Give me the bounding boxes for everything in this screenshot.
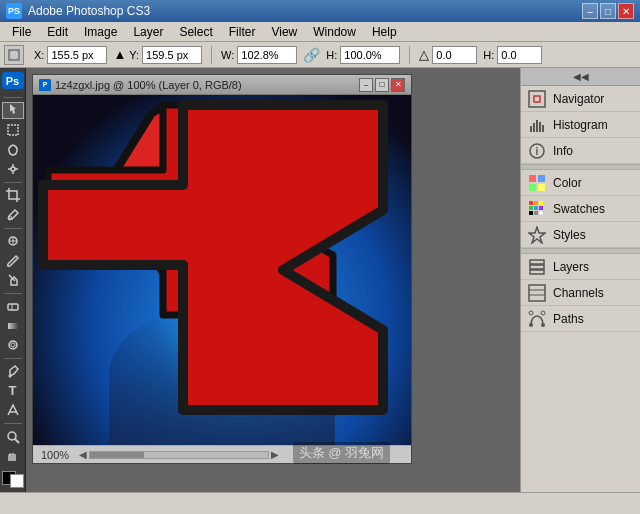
paths-icon (527, 309, 547, 329)
doc-close-button[interactable]: ✕ (391, 78, 405, 92)
w-input[interactable] (237, 46, 297, 64)
minimize-button[interactable]: – (582, 3, 598, 19)
tool-separator-6 (4, 423, 22, 424)
panel-collapse-bar[interactable]: ◀◀ (521, 68, 640, 86)
svg-rect-1 (8, 49, 11, 52)
canvas-content (33, 95, 411, 445)
angle-input[interactable] (432, 46, 477, 64)
y-input[interactable] (142, 46, 202, 64)
panel-paths[interactable]: Paths (521, 306, 640, 332)
magic-wand-tool[interactable] (2, 160, 24, 177)
svg-rect-48 (529, 211, 533, 215)
svg-point-58 (529, 323, 533, 327)
svg-rect-35 (542, 125, 544, 132)
height-group: H: (326, 46, 400, 64)
menu-select[interactable]: Select (171, 23, 220, 41)
link-wh-icon[interactable]: 🔗 (303, 47, 320, 63)
eyedropper-tool[interactable] (2, 206, 24, 223)
menu-layer[interactable]: Layer (125, 23, 171, 41)
svg-point-21 (11, 343, 15, 347)
svg-rect-33 (536, 120, 538, 132)
zoom-tool[interactable] (2, 428, 24, 445)
menu-window[interactable]: Window (305, 23, 364, 41)
hskew-input[interactable] (497, 46, 542, 64)
blur-tool[interactable] (2, 336, 24, 353)
hand-tool[interactable] (2, 447, 24, 464)
path-selection-tool[interactable] (2, 402, 24, 419)
svg-rect-44 (539, 201, 543, 205)
doc-minimize-button[interactable]: – (359, 78, 373, 92)
svg-rect-45 (529, 206, 533, 210)
color-icon (527, 173, 547, 193)
histogram-icon (527, 115, 547, 135)
info-icon: i (527, 141, 547, 161)
panel-channels[interactable]: Channels (521, 280, 640, 306)
hskew-label: H: (483, 49, 494, 61)
svg-rect-32 (533, 123, 535, 132)
marquee-tool[interactable] (2, 121, 24, 138)
app-title: Adobe Photoshop CS3 (28, 4, 150, 18)
svg-rect-46 (534, 206, 538, 210)
panel-layers[interactable]: Layers (521, 254, 640, 280)
main-area: Ps (0, 68, 640, 492)
document-titlebar: P 1z4zgxl.jpg @ 100% (Layer 0, RGB/8) – … (33, 75, 411, 95)
svg-rect-39 (538, 175, 545, 182)
svg-rect-38 (529, 175, 536, 182)
menu-image[interactable]: Image (76, 23, 125, 41)
styles-icon (527, 225, 547, 245)
document-window: P 1z4zgxl.jpg @ 100% (Layer 0, RGB/8) – … (32, 74, 412, 464)
eraser-tool[interactable] (2, 298, 24, 315)
menu-filter[interactable]: Filter (221, 23, 264, 41)
svg-marker-5 (10, 104, 16, 114)
foreground-background-colors[interactable] (2, 471, 24, 488)
svg-point-20 (9, 341, 17, 349)
horizontal-scrollbar[interactable] (89, 451, 269, 459)
maximize-button[interactable]: □ (600, 3, 616, 19)
close-button[interactable]: ✕ (618, 3, 634, 19)
h-label: H: (326, 49, 337, 61)
panel-info[interactable]: i Info (521, 138, 640, 164)
title-bar-left: PS Adobe Photoshop CS3 (6, 3, 150, 19)
panel-styles[interactable]: Styles (521, 222, 640, 248)
svg-rect-3 (8, 58, 11, 61)
panel-swatches[interactable]: Swatches (521, 196, 640, 222)
h-input[interactable] (340, 46, 400, 64)
svg-rect-31 (530, 126, 532, 132)
swatches-label: Swatches (553, 202, 605, 216)
gradient-tool[interactable] (2, 317, 24, 334)
pen-tool[interactable] (2, 363, 24, 380)
menu-edit[interactable]: Edit (39, 23, 76, 41)
crop-tool[interactable] (2, 187, 24, 204)
swatches-icon (527, 199, 547, 219)
healing-brush-tool[interactable] (2, 232, 24, 249)
panel-histogram[interactable]: Histogram (521, 112, 640, 138)
svg-point-22 (8, 375, 11, 378)
channels-label: Channels (553, 286, 604, 300)
svg-rect-52 (530, 260, 544, 264)
photoshop-icon: PS (6, 3, 22, 19)
brush-tool[interactable] (2, 252, 24, 269)
text-tool[interactable]: T (2, 382, 24, 399)
svg-point-59 (541, 323, 545, 327)
menu-file[interactable]: File (4, 23, 39, 41)
app-statusbar (0, 492, 640, 514)
doc-maximize-button[interactable]: □ (375, 78, 389, 92)
move-tool[interactable] (2, 102, 24, 119)
clone-stamp-tool[interactable] (2, 271, 24, 288)
left-toolbar: Ps (0, 68, 26, 492)
lasso-tool[interactable] (2, 141, 24, 158)
panel-color[interactable]: Color (521, 170, 640, 196)
hskew-group: H: (483, 46, 542, 64)
svg-point-11 (11, 167, 15, 171)
x-input[interactable] (47, 46, 107, 64)
svg-rect-19 (8, 323, 18, 329)
svg-rect-53 (530, 265, 544, 269)
svg-rect-54 (530, 270, 544, 274)
svg-point-60 (529, 311, 533, 315)
menu-help[interactable]: Help (364, 23, 405, 41)
tool-separator-4 (4, 293, 22, 294)
doc-window-buttons: – □ ✕ (359, 78, 405, 92)
panel-navigator[interactable]: Navigator (521, 86, 640, 112)
x-position-group: X: (34, 46, 107, 64)
menu-view[interactable]: View (263, 23, 305, 41)
